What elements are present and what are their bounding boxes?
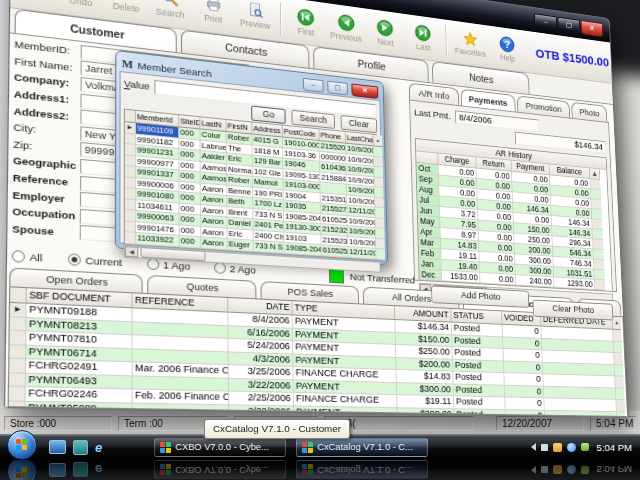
next-record-button[interactable]: Next bbox=[370, 17, 401, 48]
scrollbar-track[interactable] bbox=[376, 228, 385, 239]
scrollbar-track[interactable] bbox=[617, 412, 626, 417]
start-button[interactable] bbox=[7, 430, 37, 460]
desktop: – ▢ ✕ Undo Delete Search Print bbox=[0, 0, 640, 480]
period-radio[interactable]: Current bbox=[68, 253, 122, 268]
help-button[interactable]: ? Help bbox=[493, 34, 522, 64]
scrollbar-track[interactable] bbox=[616, 388, 625, 400]
previous-icon bbox=[337, 13, 355, 32]
period-radio[interactable]: All bbox=[12, 249, 43, 263]
print-button[interactable]: Print bbox=[196, 0, 229, 26]
tray-icon[interactable] bbox=[541, 444, 548, 451]
dialog-close-button[interactable]: ✕ bbox=[351, 83, 378, 98]
internet-explorer-icon[interactable]: e bbox=[95, 464, 102, 477]
task-buttons: CXBO V7.0.0 - Cybe... CxCatalog V7.1.0 -… bbox=[154, 461, 428, 480]
dialog-maximize-button[interactable]: ▢ bbox=[327, 80, 348, 95]
dialog-body: Value Go Search Clear MemberId SiteID La… bbox=[119, 71, 384, 260]
volume-icon[interactable] bbox=[581, 466, 589, 474]
dialog-minimize-button[interactable]: – bbox=[303, 77, 324, 92]
scrollbar-track[interactable] bbox=[375, 187, 384, 198]
row-marker bbox=[125, 199, 136, 211]
scrollbar-track[interactable] bbox=[375, 208, 384, 219]
row-marker bbox=[10, 331, 27, 346]
scrollbar-up-icon[interactable]: ▲ bbox=[612, 317, 621, 330]
volume-icon[interactable] bbox=[581, 443, 589, 451]
value-label: Value bbox=[124, 78, 150, 92]
scrollbar-up-icon[interactable]: ▲ bbox=[374, 135, 383, 147]
maximize-button[interactable]: ▢ bbox=[557, 17, 580, 34]
tray-icon[interactable] bbox=[541, 467, 548, 474]
status-time: 5:04 PM bbox=[590, 416, 636, 431]
first-record-button[interactable]: First bbox=[290, 6, 322, 38]
row-marker bbox=[10, 317, 27, 332]
first-icon bbox=[297, 7, 315, 27]
scrollbar-track[interactable] bbox=[376, 249, 385, 260]
system-tray: 5:04 PM bbox=[531, 442, 640, 453]
scroll-left-icon[interactable]: ◀ bbox=[125, 246, 138, 257]
show-desktop-icon[interactable] bbox=[49, 440, 66, 454]
row-marker bbox=[125, 188, 136, 200]
scrollbar-track[interactable] bbox=[615, 365, 624, 377]
taskbar-window-button[interactable]: CXBO V7.0.0 - Cybe... bbox=[154, 461, 286, 480]
row-marker bbox=[125, 221, 136, 233]
close-button[interactable]: ✕ bbox=[581, 20, 604, 37]
search-button[interactable]: Search bbox=[153, 0, 187, 20]
scrollbar-track[interactable] bbox=[616, 400, 625, 412]
last-record-button[interactable]: Last bbox=[408, 22, 438, 53]
task-buttons: CXBO V7.0.0 - Cybe... CxCatalog V7.1.0 -… bbox=[154, 438, 428, 457]
taskbar-window-button[interactable]: CxCatalog V7.1.0 - C... bbox=[296, 438, 428, 457]
toolbar-separator bbox=[280, 2, 281, 35]
scrollbar-track[interactable] bbox=[593, 249, 603, 260]
last-icon bbox=[414, 23, 431, 42]
taskbar-window-button[interactable]: CxCatalog V7.1.0 - C... bbox=[296, 461, 428, 480]
tray-collapse-icon[interactable] bbox=[531, 466, 536, 474]
quick-launch-app-icon[interactable] bbox=[73, 463, 88, 478]
scrollbar-track[interactable] bbox=[594, 260, 604, 271]
scrollbar-track[interactable] bbox=[614, 341, 623, 353]
taskbar-window-button[interactable]: CXBO V7.0.0 - Cybe... bbox=[154, 438, 286, 457]
scrollbar-track[interactable] bbox=[594, 270, 604, 281]
scrollbar-track[interactable] bbox=[614, 353, 623, 365]
row-marker bbox=[125, 210, 136, 222]
tray-icon[interactable] bbox=[567, 466, 576, 475]
print-icon bbox=[204, 0, 222, 14]
row-marker: ▶ bbox=[10, 303, 27, 318]
delete-button[interactable]: Delete bbox=[109, 0, 144, 15]
tray-icon[interactable] bbox=[553, 443, 562, 452]
undo-button[interactable]: Undo bbox=[63, 0, 99, 9]
taskbar: e CXBO V7.0.0 - Cybe... CxCatalog V7.1.0… bbox=[0, 460, 640, 480]
ar-history-grid: AR History Charge Return Payment Balance… bbox=[415, 138, 613, 292]
toolbar-separator bbox=[445, 25, 447, 56]
minimize-button[interactable]: – bbox=[534, 13, 557, 30]
favorites-star-icon bbox=[462, 30, 478, 48]
status-date: 12/20/2007 bbox=[496, 416, 584, 431]
row-marker bbox=[125, 232, 136, 244]
app-icon bbox=[302, 442, 313, 453]
green-swatch-icon bbox=[329, 268, 344, 284]
scrollbar-track[interactable] bbox=[593, 239, 603, 250]
scrollbar-track[interactable] bbox=[595, 280, 605, 291]
quick-launch-app-icon[interactable] bbox=[73, 440, 88, 455]
tray-icon[interactable] bbox=[553, 466, 562, 475]
row-marker bbox=[125, 177, 136, 189]
tray-icon[interactable] bbox=[567, 443, 576, 452]
tray-collapse-icon[interactable] bbox=[531, 443, 536, 451]
preview-button[interactable]: Preview bbox=[239, 0, 272, 31]
row-marker bbox=[9, 387, 26, 401]
scrollbar-track[interactable] bbox=[375, 197, 384, 208]
radio-icon bbox=[214, 261, 226, 273]
scrollbar-track[interactable] bbox=[615, 376, 624, 388]
favorites-button[interactable]: Favorites bbox=[454, 29, 486, 59]
scrollbar-track[interactable] bbox=[376, 238, 385, 249]
quick-launch: e bbox=[49, 440, 102, 455]
start-button[interactable] bbox=[7, 460, 37, 480]
previous-record-button[interactable]: Previous bbox=[330, 12, 362, 44]
scrollbar-track[interactable] bbox=[613, 330, 622, 342]
scrollbar-track[interactable] bbox=[375, 177, 384, 188]
row-marker bbox=[125, 166, 136, 178]
taskbar-reflection: e CXBO V7.0.0 - Cybe... CxCatalog V7.1.0… bbox=[0, 460, 640, 480]
internet-explorer-icon[interactable]: e bbox=[95, 441, 102, 454]
show-desktop-icon[interactable] bbox=[49, 463, 66, 477]
scrollbar-track[interactable] bbox=[376, 218, 385, 229]
app-icon bbox=[160, 465, 171, 476]
status-store: Store :000 bbox=[4, 416, 112, 431]
